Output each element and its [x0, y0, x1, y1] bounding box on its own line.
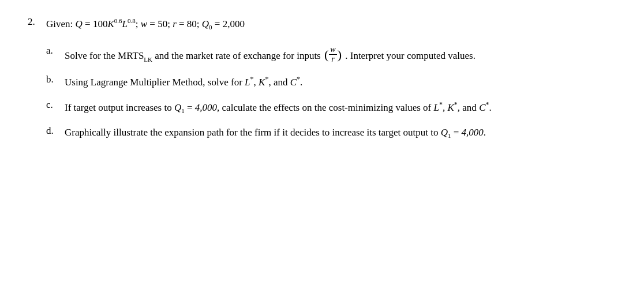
Lstar2: L — [434, 102, 439, 113]
fraction-w-over-r: ( w r ) — [324, 45, 342, 65]
Q0-var: Q — [202, 18, 209, 29]
semicolon1: ; — [136, 18, 141, 29]
K-var: K — [107, 18, 114, 29]
part-c-and: , and — [458, 102, 479, 113]
parts-container: a. Solve for the MRTSLK and the market r… — [46, 45, 616, 141]
part-d-period: . — [484, 127, 486, 138]
fraction-denominator: r — [330, 55, 335, 65]
r-var: r — [173, 18, 177, 29]
part-c-label: c. — [46, 99, 65, 111]
L-star: L — [245, 77, 250, 88]
part-a-text3: . Interpret your computed values. — [345, 50, 475, 61]
part-d: d. Graphically illustrate the expansion … — [46, 125, 616, 141]
part-a-content: Solve for the MRTSLK and the market rate… — [65, 45, 616, 65]
page-content: 2. Given: Q = 100K0.6L0.8; w = 50; r = 8… — [0, 0, 644, 167]
Q1-val: 4,000 — [195, 102, 217, 113]
part-b-content: Using Lagrange Multiplier Method, solve … — [65, 74, 616, 90]
coefficient: 100 — [93, 18, 108, 29]
given-equation: Q — [76, 18, 83, 29]
eq2: = — [147, 18, 158, 29]
semicolon2: ; — [167, 18, 173, 29]
part-a-label: a. — [46, 45, 65, 57]
Kstar2: K — [447, 102, 454, 113]
comma1: , — [254, 77, 259, 88]
r-val: 80 — [187, 18, 197, 29]
part-a-text2: and the market rate of exchange for inpu… — [155, 50, 323, 61]
fraction-numerator: w — [329, 45, 336, 55]
part-c: c. If target output increases to Q1 = 4,… — [46, 99, 616, 116]
part-c-eq: = — [185, 102, 195, 113]
eq4: = — [212, 18, 223, 29]
part-d-eq: = — [451, 127, 461, 138]
eq3: = — [177, 18, 187, 29]
semicolon3: ; — [197, 18, 202, 29]
problem-header: 2. Given: Q = 100K0.6L0.8; w = 50; r = 8… — [28, 16, 616, 32]
part-c-text1: If target output increases to — [65, 102, 174, 113]
part-b-text1: Using Lagrange Multiplier Method, solve … — [65, 77, 245, 88]
part-d-content: Graphically illustrate the expansion pat… — [65, 125, 616, 141]
w-var: w — [141, 18, 147, 29]
K-exp: 0.6 — [114, 17, 122, 24]
C-star: C — [290, 77, 297, 88]
part-a-sub: LK — [144, 55, 152, 62]
part-b-label: b. — [46, 74, 65, 85]
L-exp: 0.8 — [128, 17, 136, 24]
part-c-text2: , calculate the effects on the cost-mini… — [217, 102, 433, 113]
Cstar2: C — [479, 102, 485, 113]
given-label: Given: — [46, 18, 76, 29]
right-paren: ) — [338, 48, 342, 61]
part-d-label: d. — [46, 125, 65, 137]
Q1d-val: 4,000 — [462, 127, 484, 138]
eq-sign: = — [85, 18, 93, 29]
given-statement: Given: Q = 100K0.6L0.8; w = 50; r = 80; … — [46, 16, 245, 32]
fraction: w r — [329, 45, 336, 65]
L-var: L — [122, 18, 128, 29]
part-b: b. Using Lagrange Multiplier Method, sol… — [46, 74, 616, 90]
part-a-text1: Solve for the MRTS — [65, 50, 144, 61]
part-a: a. Solve for the MRTSLK and the market r… — [46, 45, 616, 65]
Q0-val: 2,000 — [223, 18, 245, 29]
part-c-period: . — [489, 102, 491, 113]
Q1-var: Q — [174, 102, 181, 113]
left-paren: ( — [324, 48, 328, 61]
part-b-and: , and — [268, 77, 290, 88]
part-d-text1: Graphically illustrate the expansion pat… — [65, 127, 441, 138]
part-b-period: . — [300, 77, 302, 88]
problem-number-label: 2. — [28, 16, 46, 28]
K-star: K — [259, 77, 265, 88]
w-val: 50 — [158, 18, 167, 29]
Q1d-var: Q — [441, 127, 448, 138]
part-c-content: If target output increases to Q1 = 4,000… — [65, 99, 616, 116]
